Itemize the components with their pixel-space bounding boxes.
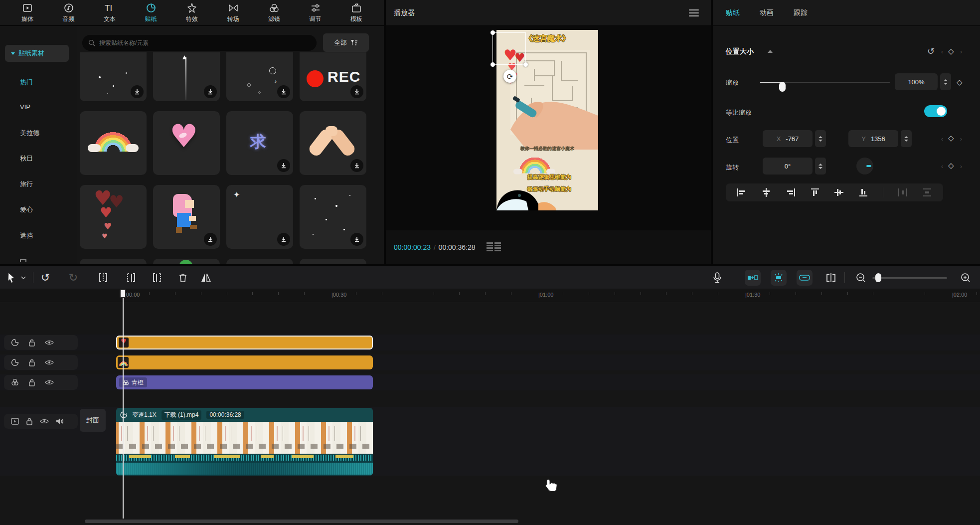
sticker-cell-hands[interactable] xyxy=(300,111,366,175)
lock-icon[interactable] xyxy=(26,417,33,425)
distribute-horizontal-icon[interactable] xyxy=(898,188,908,197)
lock-icon[interactable] xyxy=(28,339,35,347)
tool-filter[interactable]: 滤镜 xyxy=(260,2,289,23)
rotate-handle-icon[interactable]: ⟳ xyxy=(503,70,516,83)
lock-icon[interactable] xyxy=(28,358,35,366)
position-keyframe-icon[interactable]: ◇ xyxy=(948,134,954,143)
uniform-scale-toggle[interactable] xyxy=(924,105,947,117)
sticker-cell-rainbow[interactable] xyxy=(80,111,147,175)
sticker-cell-partial-2[interactable] xyxy=(226,259,293,264)
playhead-handle[interactable] xyxy=(120,289,126,298)
sidebar-item-maillard[interactable]: 美拉德 xyxy=(20,129,39,138)
tool-text[interactable]: TI 文本 xyxy=(95,2,124,23)
auto-ripple-toggle[interactable] xyxy=(745,270,761,286)
download-icon[interactable] xyxy=(204,85,217,98)
preview-axis-icon[interactable] xyxy=(823,270,838,285)
sticker-cell-white-dots[interactable] xyxy=(300,185,366,249)
selection-handle-bottom-right[interactable] xyxy=(523,62,528,67)
sticker-cell-pink-heart[interactable]: ♥ xyxy=(153,111,220,175)
sticker-cell-qiu-text[interactable]: 求 xyxy=(226,111,293,175)
sticker-filter-button[interactable]: 全部 xyxy=(323,33,369,52)
eye-icon[interactable] xyxy=(45,379,54,385)
scale-stepper[interactable] xyxy=(940,73,951,90)
sticker-search-input[interactable]: 搜索贴纸名称/元素 xyxy=(82,35,317,51)
sticker-cell-sparkle[interactable]: ✦ xyxy=(226,185,293,249)
position-y-field[interactable]: Y 1356 xyxy=(848,130,898,147)
zoom-in-icon[interactable] xyxy=(958,270,973,285)
sidebar-item-vip[interactable]: VIP xyxy=(20,103,30,111)
sticker-cell-hearts-trail[interactable]: ♥ ♥ ♥ ♥ ♥ xyxy=(80,185,147,249)
eye-icon[interactable] xyxy=(40,418,49,424)
record-voiceover-icon[interactable] xyxy=(710,270,725,285)
sticker-cell-partial-1[interactable] xyxy=(80,259,147,264)
download-icon[interactable] xyxy=(277,85,290,98)
sidebar-item-love[interactable]: 爱心 xyxy=(20,205,33,214)
split-icon[interactable] xyxy=(96,270,111,285)
video-clip[interactable]: 变速1.1X 下载 (1).mp4 00:00:36:28 xyxy=(116,408,373,476)
scale-slider-knob[interactable] xyxy=(779,82,786,92)
sticker-clip-rainbow[interactable] xyxy=(116,355,373,369)
select-tool[interactable] xyxy=(4,270,19,285)
cover-button[interactable]: 封面 xyxy=(80,409,106,432)
scale-value-field[interactable]: 100% xyxy=(895,73,938,90)
undo-icon[interactable]: ↺ xyxy=(38,270,53,285)
lock-icon[interactable] xyxy=(28,378,35,386)
download-icon[interactable] xyxy=(350,233,363,246)
zoom-out-icon[interactable] xyxy=(853,270,868,285)
preview-list-icon[interactable] xyxy=(487,242,501,253)
align-center-horizontal-icon[interactable] xyxy=(761,188,771,197)
tab-sticker[interactable]: 贴纸 xyxy=(726,8,740,17)
player-menu-icon[interactable] xyxy=(689,9,699,16)
tab-animation[interactable]: 动画 xyxy=(760,8,774,17)
download-icon[interactable] xyxy=(131,85,144,98)
timeline-ruler[interactable]: |00:00|00:30|01:00|01:30|02:00 xyxy=(0,289,980,302)
tool-sticker[interactable]: 贴纸 xyxy=(137,2,165,23)
eye-icon[interactable] xyxy=(45,340,54,346)
download-icon[interactable] xyxy=(350,159,363,172)
align-center-vertical-icon[interactable] xyxy=(834,188,844,197)
download-icon[interactable] xyxy=(277,159,290,172)
sticker-cell-partial-3[interactable] xyxy=(300,259,366,264)
eye-icon[interactable] xyxy=(45,359,54,365)
sticker-cell-pixel-girl[interactable] xyxy=(153,185,220,249)
position-y-stepper[interactable] xyxy=(901,130,912,147)
scale-keyframe-icon[interactable]: ◇ xyxy=(957,78,963,87)
playhead-line[interactable] xyxy=(123,289,124,519)
tool-transition[interactable]: 转场 xyxy=(219,2,248,23)
sticker-cell-partial-sprout[interactable] xyxy=(153,259,220,264)
sidebar-item-travel[interactable]: 旅行 xyxy=(20,179,33,188)
align-right-icon[interactable] xyxy=(786,188,796,197)
sidebar-item-hot[interactable]: 热门 xyxy=(20,78,33,87)
sidebar-item-sticker-material[interactable]: 贴纸素材 xyxy=(5,45,69,62)
filter-clip[interactable]: 青橙 xyxy=(116,375,373,389)
speaker-icon[interactable] xyxy=(56,418,64,425)
position-x-field[interactable]: X -767 xyxy=(763,130,813,147)
distribute-vertical-icon[interactable] xyxy=(922,188,932,197)
timeline-zoom-slider[interactable] xyxy=(872,277,947,279)
tool-template[interactable]: 模板 xyxy=(342,2,371,23)
sticker-clip-hearts[interactable]: ♥ xyxy=(116,336,373,350)
select-tool-dropdown-icon[interactable] xyxy=(19,270,28,285)
section-position-size[interactable]: 位置大小 xyxy=(726,47,754,56)
video-preview[interactable]: 《迷宫魔术》 xyxy=(496,30,598,210)
sidebar-item-autumn[interactable]: 秋日 xyxy=(20,154,33,163)
tool-effects[interactable]: 特效 xyxy=(177,2,206,23)
delete-icon[interactable] xyxy=(175,270,190,285)
keyframe-diamond-icon[interactable]: ◇ xyxy=(948,47,954,56)
download-icon[interactable] xyxy=(277,233,290,246)
sticker-cell-sparkles[interactable] xyxy=(80,52,147,101)
selection-handle-top-left[interactable] xyxy=(490,30,495,35)
rotation-dial[interactable] xyxy=(856,158,873,175)
selection-handle-bottom-left[interactable] xyxy=(490,62,495,67)
download-icon[interactable] xyxy=(204,233,217,246)
align-bottom-icon[interactable] xyxy=(858,188,868,197)
split-keep-left-icon[interactable] xyxy=(124,270,139,285)
timeline-zoom-knob[interactable] xyxy=(875,273,881,282)
timeline-horizontal-scrollbar[interactable] xyxy=(85,520,518,523)
sticker-cell-bubbles[interactable]: ♪ xyxy=(226,52,293,101)
redo-icon[interactable]: ↻ xyxy=(66,270,81,285)
download-icon[interactable] xyxy=(350,85,363,98)
split-keep-right-icon[interactable] xyxy=(150,270,164,285)
tab-tracking[interactable]: 跟踪 xyxy=(794,8,808,17)
tool-audio[interactable]: 音频 xyxy=(54,2,83,23)
